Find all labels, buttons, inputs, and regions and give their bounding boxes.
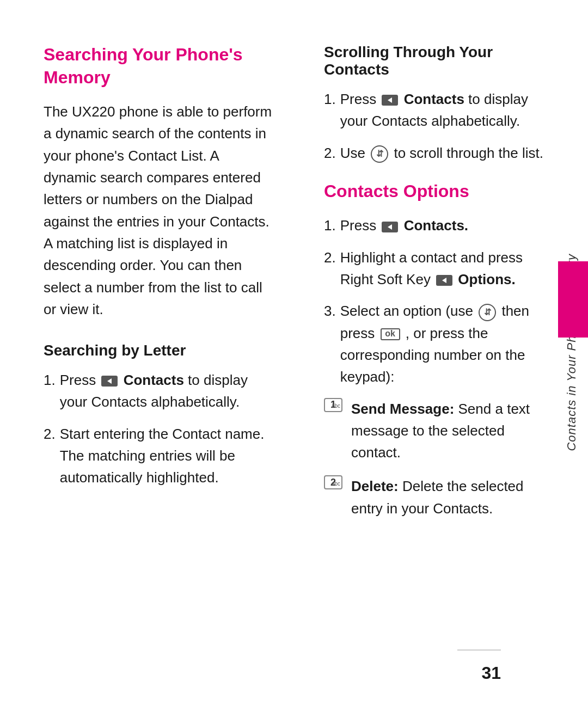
- opt-step3-prefix: Select an option (use: [340, 303, 473, 319]
- nav-select-icon: ⇵: [479, 304, 496, 321]
- right-column: Scrolling Through Your Contacts 1. Press…: [318, 44, 555, 672]
- left-step1-prefix: Press: [60, 372, 96, 388]
- left-step1-bold: Contacts: [124, 372, 184, 388]
- ok-button-icon: ok: [381, 328, 400, 340]
- opt-step3-text: Select an option (use ⇵ then press ok , …: [340, 300, 555, 388]
- scroll-step1-prefix: Press: [340, 91, 376, 107]
- key-2-badge: 2 abc: [324, 475, 342, 489]
- pink-accent-tab: [558, 261, 588, 338]
- scroll-step1-bold: Contacts: [404, 91, 464, 107]
- opt-step-1: 1. Press Contacts.: [324, 214, 555, 236]
- nav-scroll-icon: ⇵: [371, 145, 388, 163]
- page-container: Searching Your Phone's Memory The UX220 …: [0, 0, 588, 705]
- left-body-paragraph: The UX220 phone is able to perform a dyn…: [44, 101, 275, 320]
- opt-step1-prefix: Press: [340, 217, 376, 234]
- page-number: 31: [481, 663, 501, 683]
- key-2-sub: abc: [332, 480, 340, 488]
- option-1-text: Send Message: Send a text message to the…: [351, 398, 555, 464]
- option-item-1: 1 abc Send Message: Send a text message …: [324, 398, 555, 464]
- opt-step1-num: 1.: [324, 214, 336, 236]
- scroll-step-2: 2. Use ⇵ to scroll through the list.: [324, 142, 555, 164]
- left-step1-text: Press Contacts to display your Contacts …: [60, 369, 275, 413]
- scroll-step-1: 1. Press Contacts to display your Contac…: [324, 88, 555, 132]
- option-item-2: 2 abc Delete: Delete the selected entry …: [324, 475, 555, 519]
- opt-step1-bold: Contacts.: [404, 217, 468, 234]
- divider-line: [457, 649, 501, 651]
- left-step2-num: 2.: [44, 423, 56, 489]
- right-edge-bar: Contacts in Your Phone's Memory: [555, 0, 588, 705]
- scrolling-title: Scrolling Through Your Contacts: [324, 44, 555, 78]
- left-step1-num: 1.: [44, 369, 56, 413]
- opt-step3-num: 3.: [324, 300, 336, 388]
- scroll-step2-text: Use ⇵ to scroll through the list.: [340, 142, 555, 164]
- contacts-options-title: Contacts Options: [324, 180, 555, 203]
- opt-step2-text: Highlight a contact and press Right Soft…: [340, 247, 555, 291]
- searching-by-letter-subtitle: Searching by Letter: [44, 342, 275, 359]
- option-1-bold: Send Message:: [351, 401, 454, 417]
- scroll-step1-num: 1.: [324, 88, 336, 132]
- key-1-sub: abc: [332, 402, 340, 410]
- option-2-bold: Delete:: [351, 478, 399, 494]
- opt-step-3: 3. Select an option (use ⇵ then press ok…: [324, 300, 555, 388]
- right-softkey-icon: [436, 275, 452, 286]
- contacts-softkey-icon-left: [101, 376, 118, 387]
- opt-step2-bold: Options.: [458, 271, 515, 287]
- option-2-text: Delete: Delete the selected entry in you…: [351, 475, 555, 519]
- left-section-title: Searching Your Phone's Memory: [44, 44, 275, 89]
- opt-step2-num: 2.: [324, 247, 336, 291]
- left-step-2: 2. Start entering the Contact name. The …: [44, 423, 275, 489]
- left-step-1: 1. Press Contacts to display your Contac…: [44, 369, 275, 413]
- scroll-step1-text: Press Contacts to display your Contacts …: [340, 88, 555, 132]
- contacts-softkey-icon-scroll: [382, 95, 398, 106]
- opt-step-2: 2. Highlight a contact and press Right S…: [324, 247, 555, 291]
- key-1-badge: 1 abc: [324, 398, 342, 412]
- left-column: Searching Your Phone's Memory The UX220 …: [44, 44, 286, 672]
- scroll-step2-prefix: Use: [340, 145, 365, 161]
- scroll-step2-suffix: to scroll through the list.: [394, 145, 543, 161]
- left-step2-text: Start entering the Contact name. The mat…: [60, 423, 275, 489]
- contacts-softkey-icon-opt1: [382, 222, 398, 232]
- two-column-layout: Searching Your Phone's Memory The UX220 …: [44, 44, 555, 672]
- opt-step1-text: Press Contacts.: [340, 214, 555, 236]
- scroll-step2-num: 2.: [324, 142, 336, 164]
